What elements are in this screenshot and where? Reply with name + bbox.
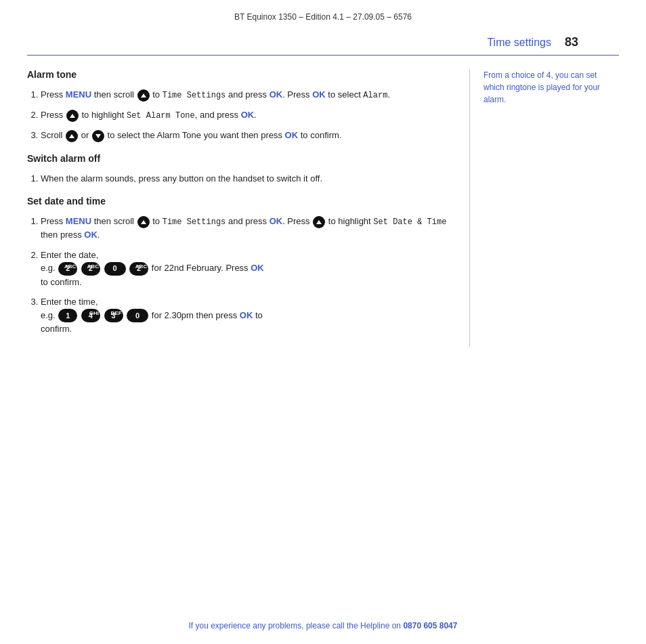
ok-keyword-6: OK bbox=[84, 230, 98, 240]
set-alarm-tone-text: Set Alarm Tone bbox=[127, 111, 195, 121]
helpline-number: 0870 605 8047 bbox=[403, 621, 457, 630]
switch-alarm-step-1: When the alarm sounds, press any button … bbox=[41, 172, 456, 186]
scroll-up-icon bbox=[137, 89, 150, 102]
scroll-up-icon-3 bbox=[66, 130, 78, 142]
date-time-step-1: Press MENU then scroll to Time Settings … bbox=[41, 215, 456, 242]
key-2abc-1: 2ABC bbox=[58, 262, 77, 276]
switch-alarm-steps: When the alarm sounds, press any button … bbox=[41, 172, 456, 186]
footer-text: If you experience any problems, please c… bbox=[189, 621, 404, 630]
set-date-time-text: Set Date & Time bbox=[373, 217, 446, 227]
scroll-up-icon-2 bbox=[66, 110, 79, 122]
alarm-tone-step-2: Press to highlight Set Alarm Tone, and p… bbox=[41, 108, 456, 122]
switch-alarm-section: Switch alarm off When the alarm sounds, … bbox=[27, 153, 456, 186]
footer: If you experience any problems, please c… bbox=[0, 621, 646, 630]
set-date-time-section: Set date and time Press MENU then scroll… bbox=[27, 196, 456, 336]
section-title-bar: Time settings 83 bbox=[27, 28, 619, 56]
time-settings-text-2: Time Settings bbox=[163, 217, 226, 227]
ok-keyword-8: OK bbox=[240, 310, 253, 320]
key-4ghi: 4GHI bbox=[81, 309, 100, 322]
alarm-text: Alarm bbox=[363, 91, 387, 100]
menu-keyword: MENU bbox=[66, 89, 91, 100]
page-number: 83 bbox=[565, 35, 578, 49]
scroll-up-icon-4 bbox=[137, 216, 150, 228]
ok-keyword-3: OK bbox=[241, 110, 255, 120]
ok-keyword-5: OK bbox=[270, 216, 283, 226]
key-2abc-2: 2ABC bbox=[81, 262, 100, 276]
left-column: Alarm tone Press MENU then scroll to Tim… bbox=[27, 69, 470, 347]
header-title: BT Equinox 1350 – Edition 4.1 – 27.09.05… bbox=[234, 12, 412, 22]
ok-keyword-7: OK bbox=[251, 263, 264, 273]
alarm-tone-section: Alarm tone Press MENU then scroll to Tim… bbox=[27, 69, 456, 142]
right-column: From a choice of 4, you can set which ri… bbox=[470, 69, 619, 347]
alarm-tone-steps: Press MENU then scroll to Time Settings … bbox=[41, 88, 456, 142]
alarm-tone-step-3: Scroll or to select the Alarm Tone you w… bbox=[41, 129, 456, 142]
section-title: Time settings bbox=[487, 37, 551, 49]
key-3def: 3DEF bbox=[104, 309, 123, 322]
key-1: 1 bbox=[58, 309, 77, 322]
main-content: Alarm tone Press MENU then scroll to Tim… bbox=[27, 56, 619, 347]
alarm-tone-heading: Alarm tone bbox=[27, 69, 456, 80]
set-date-time-steps: Press MENU then scroll to Time Settings … bbox=[41, 215, 456, 336]
menu-keyword-2: MENU bbox=[66, 216, 91, 226]
key-0-2: 0 bbox=[127, 309, 148, 322]
scroll-down-icon bbox=[92, 130, 104, 142]
alarm-tone-step-1: Press MENU then scroll to Time Settings … bbox=[41, 88, 456, 102]
ok-keyword-1: OK bbox=[270, 89, 283, 100]
ok-keyword-2: OK bbox=[312, 89, 326, 100]
switch-alarm-heading: Switch alarm off bbox=[27, 153, 456, 164]
sidebar-note: From a choice of 4, you can set which ri… bbox=[483, 69, 619, 106]
set-date-time-heading: Set date and time bbox=[27, 196, 456, 207]
key-0-1: 0 bbox=[104, 262, 126, 276]
time-settings-text: Time Settings bbox=[163, 91, 226, 100]
page-header: BT Equinox 1350 – Edition 4.1 – 27.09.05… bbox=[0, 0, 646, 28]
date-time-step-2: Enter the date, e.g. 2ABC 2ABC 0 2ABC fo… bbox=[41, 249, 456, 289]
scroll-up-icon-5 bbox=[313, 216, 325, 228]
key-2abc-3: 2ABC bbox=[129, 262, 148, 276]
date-time-step-3: Enter the time, e.g. 1 4GHI 3DEF 0 for 2… bbox=[41, 295, 456, 336]
ok-keyword-4: OK bbox=[285, 130, 299, 140]
